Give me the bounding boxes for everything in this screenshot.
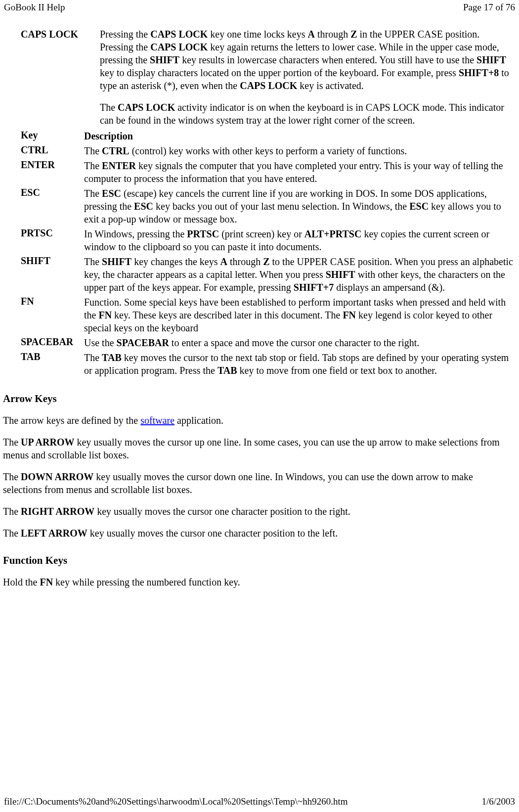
desc-tab: The TAB key moves the cursor to the next…: [84, 351, 517, 377]
table-row: SHIFT The SHIFT key changes the keys A t…: [21, 254, 517, 295]
desc-enter: The ENTER key signals the computer that …: [84, 159, 517, 185]
desc-prtsc: In Windows, pressing the PRTSC (print sc…: [84, 227, 517, 253]
key-esc: ESC: [21, 187, 84, 226]
key-prtsc: PRTSC: [21, 227, 84, 253]
header-description: Description: [84, 130, 517, 142]
key-fn: FN: [21, 296, 84, 334]
header-key: Key: [21, 130, 84, 142]
table-row: CTRL The CTRL (control) key works with o…: [21, 143, 517, 158]
page-number: Page 17 of 76: [463, 2, 515, 13]
key-table: Key Description CTRL The CTRL (control) …: [1, 129, 518, 378]
desc-shift: The SHIFT key changes the keys A through…: [84, 255, 517, 294]
table-row: ENTER The ENTER key signals the computer…: [21, 158, 517, 186]
desc-spacebar: Use the SPACEBAR to enter a space and mo…: [84, 336, 517, 349]
table-row: PRTSC In Windows, pressing the PRTSC (pr…: [21, 226, 517, 254]
capslock-para1: Pressing the CAPS LOCK key one time lock…: [100, 28, 513, 92]
key-enter: ENTER: [21, 159, 84, 185]
function-keys-heading: Function Keys: [1, 554, 518, 567]
software-link[interactable]: software: [140, 415, 174, 426]
desc-ctrl: The CTRL (control) key works with other …: [84, 144, 517, 157]
desc-fn: Function. Some special keys have been es…: [84, 296, 517, 334]
function-keys-para: Hold the FN key while pressing the numbe…: [1, 576, 518, 588]
key-ctrl: CTRL: [21, 144, 84, 157]
page-header: GoBook II Help Page 17 of 76: [0, 0, 519, 14]
page-footer: file://C:\Documents%20and%20Settings\har…: [0, 794, 519, 809]
table-row: FN Function. Some special keys have been…: [21, 295, 517, 335]
capslock-block: CAPS LOCK Pressing the CAPS LOCK key one…: [1, 28, 518, 127]
key-spacebar: SPACEBAR: [21, 336, 84, 349]
content-area: CAPS LOCK Pressing the CAPS LOCK key one…: [1, 14, 518, 588]
key-table-header: Key Description: [21, 129, 517, 143]
desc-esc: The ESC (escape) key cancels the current…: [84, 187, 517, 226]
table-row: ESC The ESC (escape) key cancels the cur…: [21, 186, 517, 226]
right-arrow-para: The RIGHT ARROW key usually moves the cu…: [1, 505, 518, 518]
table-row: SPACEBAR Use the SPACEBAR to enter a spa…: [21, 335, 517, 350]
capslock-para2: The CAPS LOCK activity indicator is on w…: [100, 101, 513, 127]
footer-date: 1/6/2003: [481, 796, 515, 807]
capslock-key-label: CAPS LOCK: [21, 28, 100, 127]
key-tab: TAB: [21, 351, 84, 377]
capslock-description: Pressing the CAPS LOCK key one time lock…: [100, 28, 513, 127]
key-shift: SHIFT: [21, 255, 84, 294]
left-arrow-para: The LEFT ARROW key usually moves the cur…: [1, 527, 518, 540]
arrow-keys-heading: Arrow Keys: [1, 393, 518, 405]
file-path: file://C:\Documents%20and%20Settings\har…: [4, 796, 348, 807]
up-arrow-para: The UP ARROW key usually moves the curso…: [1, 436, 518, 461]
table-row: TAB The TAB key moves the cursor to the …: [21, 350, 517, 378]
doc-title: GoBook II Help: [4, 2, 65, 13]
down-arrow-para: The DOWN ARROW key usually moves the cur…: [1, 470, 518, 496]
arrow-intro: The arrow keys are defined by the softwa…: [1, 414, 518, 427]
